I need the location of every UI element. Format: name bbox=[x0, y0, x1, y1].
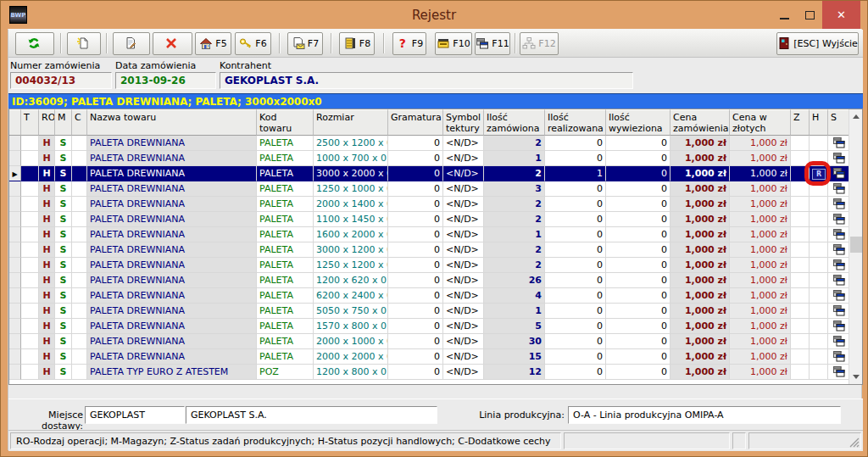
cascade-windows-icon[interactable] bbox=[833, 216, 845, 227]
cell-price_pln: 1,000 zł bbox=[730, 258, 791, 273]
column-header-c[interactable]: C bbox=[72, 109, 87, 136]
column-header-gutter[interactable] bbox=[9, 109, 21, 136]
column-header-t[interactable]: T bbox=[21, 109, 39, 136]
help-f9-button[interactable]: ? F9 bbox=[392, 32, 426, 55]
column-header-symbol[interactable]: Symbol tektury bbox=[443, 109, 484, 136]
resize-grip-icon[interactable] bbox=[849, 437, 860, 448]
cell-m: S bbox=[55, 136, 72, 151]
column-header-name[interactable]: Nazwa towaru bbox=[87, 109, 257, 136]
table-row[interactable]: HSPALETA DREWNIANAPALETA1200 x 620 x 00<… bbox=[9, 273, 850, 288]
cell-gram: 0 bbox=[388, 349, 443, 365]
key-f6-button[interactable]: F6 bbox=[235, 32, 271, 55]
minimize-button[interactable] bbox=[771, 1, 797, 29]
column-header-size[interactable]: Rozmiar bbox=[314, 109, 388, 136]
cell-gram: 0 bbox=[388, 166, 443, 181]
table-row[interactable]: HSPALETA DREWNIANAPALETA1100 x 1450 x 00… bbox=[9, 212, 850, 227]
maximize-button[interactable] bbox=[797, 1, 822, 29]
cascade-windows-icon[interactable] bbox=[833, 323, 845, 334]
cell-h bbox=[810, 136, 828, 151]
cell-ro: H bbox=[39, 349, 55, 365]
scroll-down-button[interactable] bbox=[849, 370, 863, 384]
vertical-scrollbar[interactable] bbox=[849, 109, 862, 384]
column-header-h[interactable]: H bbox=[810, 109, 828, 136]
archive-f8-button[interactable]: F8 bbox=[339, 32, 375, 55]
cascade-windows-icon[interactable] bbox=[833, 262, 845, 273]
cell-symbol: <N/D> bbox=[443, 304, 484, 319]
edit-button[interactable] bbox=[113, 32, 150, 55]
refresh-button[interactable] bbox=[15, 32, 54, 55]
warehouse-f5-button[interactable]: F5 bbox=[195, 32, 231, 55]
cell-ro: H bbox=[39, 273, 55, 288]
table-row[interactable]: HSPALETA DREWNIANAPALETA6200 x 2400 x 00… bbox=[9, 288, 850, 304]
cascade-windows-icon[interactable] bbox=[833, 354, 845, 365]
new-button[interactable] bbox=[67, 32, 101, 55]
cell-name: PALETA DREWNIANA bbox=[87, 227, 257, 242]
table-row[interactable]: HSPALETA DREWNIANAPALETA3000 x 1200 x 00… bbox=[9, 242, 850, 258]
table-row[interactable]: HSPALETA DREWNIANAPALETA2500 x 1200 x 00… bbox=[9, 136, 850, 151]
cell-qty_ordered: 5 bbox=[484, 319, 545, 334]
column-header-qty_realized[interactable]: Ilość realizowana bbox=[545, 109, 606, 136]
vertical-scroll-thumb[interactable] bbox=[850, 237, 862, 253]
column-header-price_pln[interactable]: Cena w złotych bbox=[730, 109, 791, 136]
cell-price_order: 1,000 zł bbox=[670, 273, 730, 288]
delete-icon bbox=[164, 36, 178, 50]
cell-z bbox=[791, 258, 810, 273]
table-row[interactable]: HSPALETA DREWNIANAPALETA2000 x 2000 x 00… bbox=[9, 349, 850, 365]
cascade-windows-icon[interactable] bbox=[833, 369, 845, 380]
table-row[interactable]: HSPALETA DREWNIANAPALETA2000 x 1400 x 00… bbox=[9, 197, 850, 212]
exit-button[interactable]: [ESC] Wyjście bbox=[776, 32, 859, 55]
cascade-windows-icon[interactable] bbox=[833, 140, 845, 151]
cascade-windows-icon[interactable] bbox=[833, 155, 845, 166]
column-header-gram[interactable]: Gramatura bbox=[388, 109, 443, 136]
cascade-windows-icon[interactable] bbox=[833, 186, 845, 197]
cascade-windows-icon[interactable] bbox=[833, 201, 845, 212]
table-row[interactable]: HSPALETA DREWNIANAPALETA1250 x 1200 x 00… bbox=[9, 258, 850, 273]
cascade-windows-icon[interactable] bbox=[833, 170, 845, 181]
delivery-code-field[interactable]: GEKOPLAST bbox=[85, 406, 185, 424]
table-row[interactable]: HSPALETA DREWNIANAPALETA2000 x 1000 x 00… bbox=[9, 334, 850, 349]
column-header-qty_shipped[interactable]: Ilość wywieziona bbox=[606, 109, 670, 136]
cell-c bbox=[72, 304, 87, 319]
help-icon: ? bbox=[396, 36, 409, 50]
cascade-windows-icon[interactable] bbox=[833, 293, 845, 304]
cell-c bbox=[72, 151, 87, 166]
delivery-name-field[interactable]: GEKOPLAST S.A. bbox=[186, 406, 437, 424]
print-f10-button[interactable]: F10 bbox=[435, 32, 472, 55]
table-row[interactable]: HSPALETA DREWNIANAPALETA1000 x 700 x 00<… bbox=[9, 151, 850, 166]
scroll-up-button[interactable] bbox=[849, 109, 863, 124]
column-header-qty_ordered[interactable]: Ilość zamówiona bbox=[484, 109, 545, 136]
close-button[interactable]: ✕ bbox=[822, 1, 860, 29]
table-row[interactable]: HSPALETA DREWNIANAPALETA1600 x 2000 x 00… bbox=[9, 227, 850, 242]
cell-gutter bbox=[9, 151, 21, 166]
column-header-code[interactable]: Kod towaru bbox=[257, 109, 314, 136]
column-header-price_order[interactable]: Cena zamówienia bbox=[670, 109, 730, 136]
column-header-s[interactable]: S bbox=[828, 109, 850, 136]
cell-symbol: <N/D> bbox=[443, 136, 484, 151]
cascade-windows-icon[interactable] bbox=[833, 308, 845, 319]
cell-ro: H bbox=[39, 304, 55, 319]
delete-button[interactable] bbox=[153, 32, 192, 55]
table-row[interactable]: HSPALETA DREWNIANAPALETA5050 x 750 x 00<… bbox=[9, 304, 850, 319]
print-preview-f11-button[interactable]: F11 bbox=[475, 32, 510, 55]
cascade-windows-icon[interactable] bbox=[833, 231, 845, 242]
column-header-ro[interactable]: RO bbox=[39, 109, 55, 136]
cascade-windows-icon[interactable] bbox=[833, 247, 845, 258]
cell-t bbox=[21, 304, 39, 319]
cascade-windows-icon[interactable] bbox=[833, 338, 845, 349]
table-row[interactable]: HSPALETA DREWNIANAPALETA1570 x 800 x 00<… bbox=[9, 319, 850, 334]
table-row[interactable]: ▶HSPALETA DREWNIANAPALETA3000 x 2000 x 0… bbox=[9, 166, 850, 181]
column-header-z[interactable]: Z bbox=[791, 109, 810, 136]
cell-t bbox=[21, 273, 39, 288]
column-header-m[interactable]: M bbox=[55, 109, 72, 136]
order-date-field[interactable]: 2013-09-26 bbox=[115, 72, 216, 89]
contractor-field[interactable]: GEKOPLAST S.A. bbox=[220, 72, 633, 89]
cascade-windows-icon[interactable] bbox=[833, 277, 845, 288]
cell-t bbox=[21, 181, 39, 197]
table-row[interactable]: HSPALETA DREWNIANAPALETA1250 x 1000 x 00… bbox=[9, 181, 850, 197]
cell-c bbox=[72, 181, 87, 197]
production-line-field[interactable]: O-A - Linia produkcyjna OMIPA-A bbox=[568, 406, 841, 424]
cell-name: PALETA TYP EURO Z ATESTEM bbox=[87, 365, 257, 380]
document-f7-button[interactable]: F7 bbox=[287, 32, 323, 55]
table-row[interactable]: HSPALETA TYP EURO Z ATESTEMPOZ1200 x 800… bbox=[9, 365, 850, 380]
order-number-field[interactable]: 004032/13 bbox=[10, 72, 112, 89]
